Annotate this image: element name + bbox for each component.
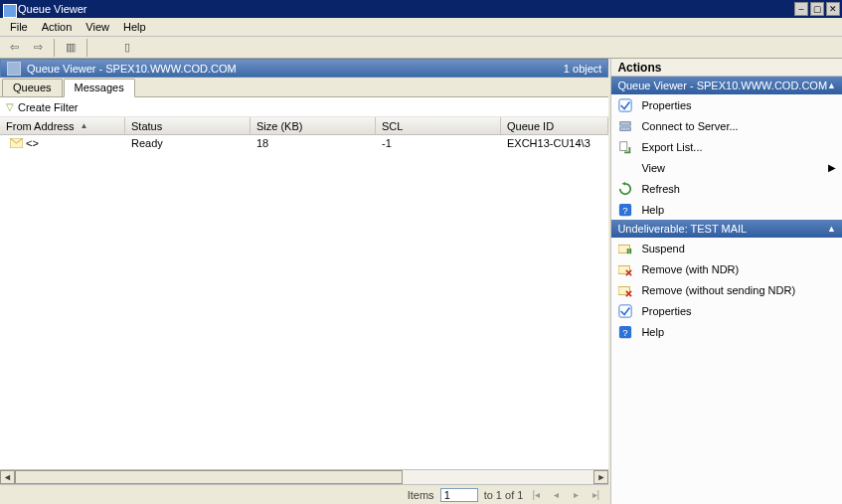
actions-group1-title: Queue Viewer - SPEX10.WWW.COD.COM: [617, 80, 827, 91]
object-count-label: 1 object: [564, 63, 602, 75]
scrollbar-track[interactable]: [15, 470, 593, 484]
horizontal-scrollbar[interactable]: ◄ ►: [0, 469, 608, 484]
scroll-right-button[interactable]: ►: [593, 470, 608, 484]
action-view-submenu[interactable]: View ▶: [611, 157, 842, 178]
sort-asc-icon: ▲: [80, 121, 87, 130]
window-icon: ▯: [124, 41, 130, 54]
properties-icon: [617, 97, 633, 113]
action-help-label: Help: [641, 204, 664, 216]
tab-messages[interactable]: Messages: [64, 79, 135, 97]
suspend-icon: [617, 241, 633, 256]
minimize-button[interactable]: –: [794, 2, 808, 16]
scroll-left-button[interactable]: ◄: [0, 470, 15, 484]
action-remove-no-ndr-label: Remove (without sending NDR): [641, 284, 795, 296]
window-title: Queue Viewer: [2, 3, 794, 15]
menu-file[interactable]: File: [4, 19, 34, 35]
filter-bar: ▽ Create Filter: [0, 97, 608, 117]
forward-button[interactable]: ⇨: [28, 38, 48, 58]
create-filter-link[interactable]: Create Filter: [18, 101, 79, 113]
refresh-icon: [617, 181, 633, 197]
cell-scl: -1: [376, 137, 501, 149]
column-from-address[interactable]: From Address▲: [0, 117, 125, 134]
scrollbar-thumb[interactable]: [15, 470, 403, 484]
toolbar-separator: [54, 39, 55, 57]
help-toolbar-button[interactable]: ?: [93, 38, 113, 58]
panel-icon: ▥: [66, 41, 76, 54]
maximize-button[interactable]: ▢: [810, 2, 824, 16]
page-last-button[interactable]: ▸|: [589, 488, 602, 502]
action-refresh[interactable]: Refresh: [611, 178, 842, 199]
arrow-left-icon: ⇦: [10, 41, 19, 54]
actions-group-message: Undeliverable: TEST MAIL ▲: [611, 220, 842, 238]
action-msg-help[interactable]: ? Help: [611, 321, 842, 342]
window-titlebar: Queue Viewer – ▢ ✕: [0, 0, 842, 18]
column-queue-id[interactable]: Queue ID: [501, 117, 608, 134]
page-number-input[interactable]: [440, 488, 478, 502]
action-properties-label: Properties: [641, 99, 691, 111]
menu-action[interactable]: Action: [36, 19, 79, 35]
page-first-button[interactable]: |◂: [529, 488, 543, 502]
action-export-label: Export List...: [641, 141, 702, 153]
paging-bar: Items to 1 of 1 |◂ ◂ ▸ ▸|: [0, 484, 608, 504]
svg-text:?: ?: [623, 204, 628, 215]
table-header: From Address▲ Status Size (KB) SCL Queue…: [0, 117, 608, 135]
paging-items-label: Items: [408, 489, 434, 501]
column-status[interactable]: Status: [125, 117, 251, 134]
table-row[interactable]: <> Ready 18 -1 EXCH13-CU14\3: [0, 135, 608, 151]
svg-rect-6: [620, 141, 627, 150]
tab-messages-label: Messages: [75, 82, 124, 93]
help-icon: ?: [617, 202, 633, 218]
action-msg-properties[interactable]: Properties: [611, 300, 842, 321]
action-export-list[interactable]: Export List...: [611, 136, 842, 157]
action-remove-ndr-label: Remove (with NDR): [641, 263, 739, 275]
filter-icon: ▽: [6, 101, 14, 112]
menu-view[interactable]: View: [80, 19, 115, 35]
column-size[interactable]: Size (KB): [251, 117, 376, 134]
svg-rect-11: [630, 249, 632, 253]
menu-bar: File Action View Help: [0, 18, 842, 37]
misc-toolbar-button[interactable]: ▯: [117, 38, 137, 58]
window-buttons: – ▢ ✕: [794, 2, 840, 16]
workspace: Queue Viewer - SPEX10.WWW.COD.COM 1 obje…: [0, 59, 842, 504]
action-connect-server[interactable]: Connect to Server...: [611, 115, 842, 136]
tab-queues[interactable]: Queues: [2, 79, 63, 96]
blank-icon: [617, 160, 633, 176]
action-suspend-label: Suspend: [641, 243, 684, 254]
tab-strip: Queues Messages: [0, 78, 608, 97]
remove-ndr-icon: [617, 261, 633, 277]
help-icon: ?: [617, 324, 633, 340]
collapse-icon[interactable]: ▲: [827, 224, 836, 234]
action-remove-no-ndr[interactable]: Remove (without sending NDR): [611, 279, 842, 300]
actions-pane-title: Actions: [611, 59, 842, 77]
svg-rect-5: [620, 126, 631, 130]
action-help[interactable]: ? Help: [611, 199, 842, 220]
view-header-title: Queue Viewer - SPEX10.WWW.COD.COM: [27, 63, 564, 75]
menu-help-label: Help: [123, 21, 146, 33]
close-button[interactable]: ✕: [826, 2, 840, 16]
menu-action-label: Action: [42, 21, 73, 33]
menu-view-label: View: [85, 21, 109, 33]
message-icon: [8, 137, 24, 150]
column-qid-label: Queue ID: [507, 120, 554, 132]
action-suspend[interactable]: Suspend: [611, 238, 842, 258]
action-remove-ndr[interactable]: Remove (with NDR): [611, 258, 842, 279]
action-msg-help-label: Help: [641, 326, 664, 338]
back-button[interactable]: ⇦: [4, 38, 24, 58]
cell-from-value: <>: [26, 137, 39, 149]
action-msg-properties-label: Properties: [641, 305, 691, 317]
column-from-label: From Address: [6, 120, 74, 132]
page-prev-button[interactable]: ◂: [549, 488, 563, 502]
collapse-icon[interactable]: ▲: [827, 81, 836, 90]
server-icon: [617, 118, 633, 134]
show-hide-button[interactable]: ▥: [61, 38, 81, 58]
paging-of-label: to 1 of 1: [484, 489, 524, 501]
cell-size: 18: [251, 137, 376, 149]
menu-help[interactable]: Help: [117, 19, 152, 35]
table-body: <> Ready 18 -1 EXCH13-CU14\3: [0, 135, 608, 469]
tab-queues-label: Queues: [13, 82, 52, 93]
action-properties[interactable]: Properties: [611, 94, 842, 115]
actions-group2-title: Undeliverable: TEST MAIL: [617, 223, 747, 235]
submenu-arrow-icon: ▶: [828, 162, 836, 173]
page-next-button[interactable]: ▸: [569, 488, 583, 502]
column-scl[interactable]: SCL: [376, 117, 501, 134]
